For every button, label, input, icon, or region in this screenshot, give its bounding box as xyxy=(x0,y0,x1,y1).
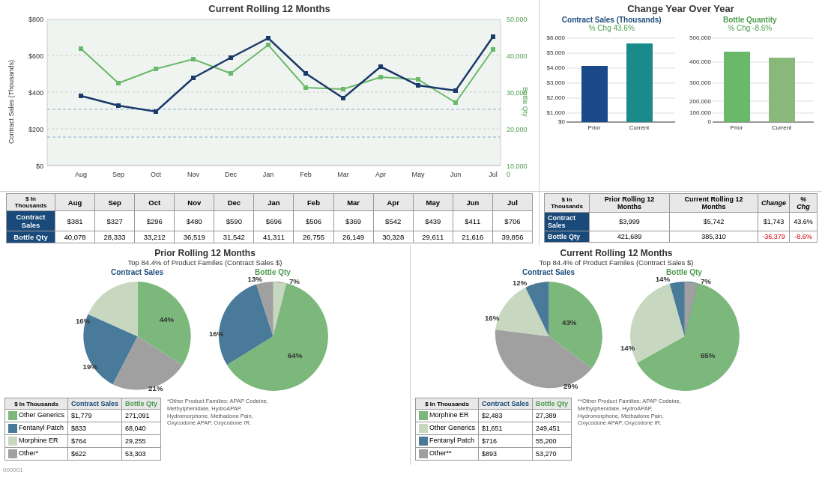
svg-text:Prior: Prior xyxy=(588,124,601,131)
svg-text:$0: $0 xyxy=(36,163,43,170)
prior-row3-label: Morphine ER xyxy=(5,435,68,448)
bar-charts-row: Contract Sales (Thousands) % Chg 43.6% $… xyxy=(544,16,818,131)
svg-text:$3,000: $3,000 xyxy=(547,79,566,86)
svg-rect-38 xyxy=(303,85,308,90)
svg-rect-87 xyxy=(769,58,795,122)
table-row: Other** $893 53,270 xyxy=(416,448,572,461)
svg-text:Bottle Qty: Bottle Qty xyxy=(522,87,529,117)
prior-row1-qty: 271,091 xyxy=(122,410,161,422)
current-row4-qty: 53,270 xyxy=(533,448,572,461)
line-data-table-section: $ In Thousands Aug Sep Oct Nov Dec Jan F… xyxy=(0,192,540,245)
svg-text:$4,000: $4,000 xyxy=(547,64,566,71)
bq-bar-title: Bottle Quantity xyxy=(683,16,818,24)
cell-jun-cs: $411 xyxy=(453,211,492,231)
rth-label: $ In Thousands xyxy=(545,194,590,213)
svg-text:100,000: 100,000 xyxy=(689,109,711,116)
cell-jan-cs: $696 xyxy=(254,211,294,231)
current-cs-pie: 43% 29% 16% 12% xyxy=(483,276,614,396)
bq-bar-pct: % Chg -8.6% xyxy=(683,24,818,32)
svg-text:16%: 16% xyxy=(75,317,90,325)
current-section: Current Rolling 12 Months Top 84.4% of P… xyxy=(411,245,822,465)
rcell-current-bq: 385,310 xyxy=(670,231,758,243)
cell-jul-bq: 39,856 xyxy=(492,231,532,243)
swatch-blue xyxy=(419,437,428,446)
svg-rect-48 xyxy=(229,55,233,60)
current-row1-sales: $2,483 xyxy=(479,410,533,422)
th-label: $ In Thousands xyxy=(7,194,55,211)
svg-text:Nov: Nov xyxy=(187,171,200,178)
svg-rect-33 xyxy=(116,81,121,85)
svg-rect-53 xyxy=(416,83,420,88)
svg-rect-49 xyxy=(266,36,271,40)
data-tables-row: $ In Thousands Aug Sep Oct Nov Dec Jan F… xyxy=(0,192,822,245)
prior-subtitle: Top 84.4% of Product Familes (Contract S… xyxy=(4,258,405,267)
cell-oct-bq: 33,212 xyxy=(135,231,175,243)
cbth-qty: Bottle Qty xyxy=(533,398,572,410)
svg-text:16%: 16% xyxy=(208,330,223,338)
current-cs-pie-section: Contract Sales 43% 29% xyxy=(483,268,614,396)
rth-current: Current Rolling 12 Months xyxy=(670,194,758,213)
current-row1-label: Morphine ER xyxy=(416,410,479,422)
th-may: May xyxy=(413,194,453,211)
svg-text:0: 0 xyxy=(707,118,711,125)
table-row: Morphine ER $2,483 27,389 xyxy=(416,410,572,422)
svg-rect-42 xyxy=(453,100,458,105)
bth-sales: Contract Sales xyxy=(68,398,122,410)
line-chart-title: Current Rolling 12 Months xyxy=(6,3,533,14)
svg-text:16%: 16% xyxy=(484,314,499,322)
svg-text:40,000: 40,000 xyxy=(507,52,528,60)
prior-bq-pie-section: Bottle Qty 64% 16% 13% xyxy=(208,268,339,396)
th-apr: Apr xyxy=(373,194,413,211)
right-summary-table-section: $ In Thousands Prior Rolling 12 Months C… xyxy=(540,192,822,245)
cell-dec-cs: $590 xyxy=(214,211,254,231)
cell-aug-bq: 40,078 xyxy=(55,231,95,243)
cell-dec-bq: 31,542 xyxy=(214,231,254,243)
svg-text:64%: 64% xyxy=(287,351,302,359)
th-jul: Jul xyxy=(492,194,532,211)
prior-row2-qty: 68,040 xyxy=(122,422,161,435)
svg-text:200,000: 200,000 xyxy=(689,98,711,105)
prior-row2-sales: $833 xyxy=(68,422,122,435)
swatch-gray xyxy=(419,449,428,458)
cell-jan-bq: 41,311 xyxy=(254,231,294,243)
svg-rect-43 xyxy=(491,47,495,52)
cs-bar-section: Contract Sales (Thousands) % Chg 43.6% $… xyxy=(544,16,680,131)
svg-text:Current: Current xyxy=(629,124,650,131)
svg-text:12%: 12% xyxy=(512,279,527,287)
prior-row3-sales: $764 xyxy=(68,435,122,448)
svg-text:$2,000: $2,000 xyxy=(547,94,566,101)
rcell-pct-cs: 43.6% xyxy=(790,213,818,231)
cs-bar-title: Contract Sales (Thousands) xyxy=(544,16,680,24)
main-container: Current Rolling 12 Months xyxy=(0,0,822,475)
svg-text:29%: 29% xyxy=(563,382,578,390)
rcell-prior-bq: 421,689 xyxy=(590,231,670,243)
current-row4-label: Other** xyxy=(416,448,479,461)
svg-text:Current: Current xyxy=(771,124,791,131)
svg-text:14%: 14% xyxy=(655,275,670,283)
svg-text:21%: 21% xyxy=(148,384,163,392)
th-jan: Jan xyxy=(254,194,294,211)
bottom-section: Prior Rolling 12 Months Top 84.4% of Pro… xyxy=(0,245,822,465)
svg-text:14%: 14% xyxy=(620,344,635,352)
svg-rect-32 xyxy=(79,46,83,51)
cell-apr-bq: 30,328 xyxy=(373,231,413,243)
cell-sep-cs: $327 xyxy=(95,211,135,231)
svg-text:Mar: Mar xyxy=(337,171,349,178)
svg-text:Aug: Aug xyxy=(75,171,87,178)
svg-rect-39 xyxy=(341,87,345,91)
current-bottom-table-section: $ In Thousands Contract Sales Bottle Qty… xyxy=(415,396,818,462)
swatch-lightgreen xyxy=(419,424,428,433)
bq-bar-svg: 500,000 400,000 300,000 200,000 100,000 … xyxy=(683,32,818,130)
svg-text:$6,000: $6,000 xyxy=(547,34,566,41)
table-row: Contract Sales $3,999 $5,742 $1,743 43.6… xyxy=(545,213,818,231)
prior-bq-pie: 64% 16% 13% 7% xyxy=(208,276,339,396)
line-chart-container: $800 $600 $400 $200 $0 50,000 40,000 30,… xyxy=(6,16,533,188)
svg-text:$600: $600 xyxy=(28,52,43,60)
th-sep: Sep xyxy=(95,194,135,211)
cs-bar-svg: $6,000 $5,000 $4,000 $3,000 $2,000 $1,00… xyxy=(544,32,679,130)
prior-row3-qty: 29,255 xyxy=(122,435,161,448)
current-bq-pie-section: Bottle Qty 65% 14% 14% 7 xyxy=(619,268,750,396)
svg-text:44%: 44% xyxy=(159,315,174,324)
prior-footnote: *Other Product Families: APAP Codeine, M… xyxy=(167,398,272,427)
svg-rect-34 xyxy=(154,67,158,71)
